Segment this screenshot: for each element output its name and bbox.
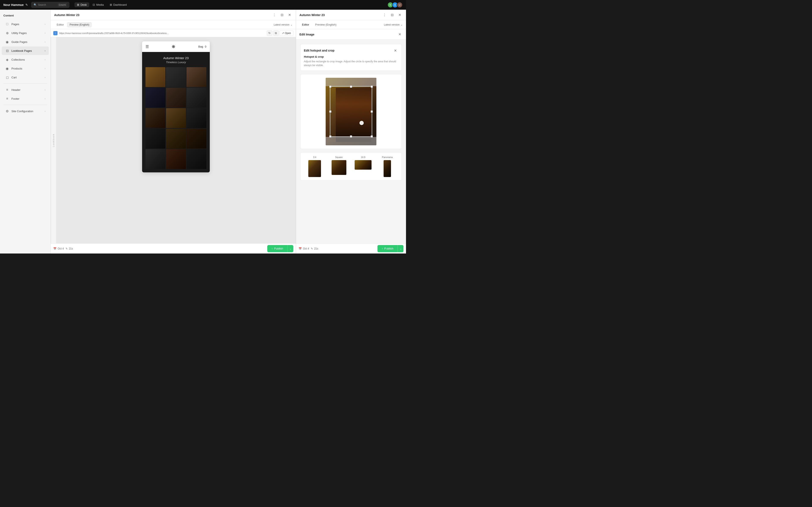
sidebar-item-pages[interactable]: □ Pages › bbox=[2, 20, 49, 28]
hotspot-description: Adjust the rectangle to crop image. Adju… bbox=[304, 60, 398, 67]
photo-cell-10[interactable] bbox=[146, 129, 165, 149]
crop-overlay-bottom bbox=[326, 137, 376, 145]
crop-overlay-top bbox=[326, 78, 376, 86]
close-panel-button[interactable]: ✕ bbox=[287, 12, 293, 18]
nav-media[interactable]: ⊡ Media bbox=[90, 2, 106, 7]
copy-url-button[interactable]: ⧉ bbox=[273, 31, 279, 36]
crop-hotspot-circle[interactable] bbox=[359, 121, 364, 125]
bottom-date-right: 📅 Oct 4 bbox=[299, 247, 309, 250]
publish-group-right: ↑ Publish ⌄ bbox=[377, 245, 403, 252]
sidebar-item-utility-pages[interactable]: ⊕ Utility Pages › bbox=[2, 29, 49, 37]
ar-preview-3-4 bbox=[308, 160, 321, 177]
photo-cell-13[interactable] bbox=[146, 149, 165, 169]
version-chevron-icon: ⌄ bbox=[290, 23, 293, 26]
right-split-view-button[interactable]: ⊟ bbox=[389, 12, 395, 18]
calendar-icon: 📅 bbox=[53, 247, 56, 250]
photo-cell-7[interactable] bbox=[146, 108, 165, 128]
chevron-icon: › bbox=[45, 110, 45, 112]
nav-dashboard[interactable]: ⊞ Dashboard bbox=[107, 2, 130, 7]
photo-cell-14[interactable] bbox=[166, 149, 186, 169]
hotspot-close-button[interactable]: ✕ bbox=[392, 48, 398, 53]
bottom-time-left: ✎ 21s bbox=[65, 247, 73, 250]
crop-handle-tm[interactable] bbox=[350, 86, 352, 88]
publish-button-left[interactable]: ↑ Publish bbox=[267, 245, 287, 252]
publish-dropdown-left[interactable]: ⌄ bbox=[287, 245, 293, 252]
avatar-group: N A U bbox=[388, 2, 403, 8]
publish-group-left: ↑ Publish ⌄ bbox=[267, 245, 293, 252]
tab-editor-left[interactable]: Editor bbox=[54, 22, 66, 27]
right-more-options-button[interactable]: ⋮ bbox=[382, 12, 388, 18]
right-panel-tabs: Editor Preview (English) Latest version … bbox=[296, 20, 406, 29]
sidebar-item-products[interactable]: ◉ Products › bbox=[2, 64, 49, 73]
sidebar-item-guide-pages[interactable]: ◉ Guide Pages › bbox=[2, 38, 49, 46]
photo-cell-5[interactable] bbox=[166, 88, 186, 108]
bag-label[interactable]: Bag bbox=[198, 45, 203, 48]
edit-time-icon: ✎ bbox=[65, 247, 68, 250]
photo-cell-15[interactable] bbox=[187, 149, 206, 169]
crop-handle-br[interactable] bbox=[371, 135, 373, 137]
aspect-ratio-square[interactable]: Square bbox=[328, 156, 350, 177]
crop-rectangle[interactable] bbox=[330, 86, 372, 137]
right-close-button[interactable]: ✕ bbox=[397, 12, 403, 18]
sidebar-item-collections[interactable]: ◈ Collections › bbox=[2, 55, 49, 64]
topbar: Nour Hammue ✎ 🔍 Search Cmd K ⊞ Desk ⊡ Me… bbox=[0, 0, 406, 10]
tab-preview-left[interactable]: Preview (English) bbox=[67, 22, 92, 27]
edit-icon[interactable]: ✎ bbox=[26, 3, 28, 7]
left-panel-title: Autumn Winter 23 bbox=[54, 13, 80, 17]
sidebar-item-lookbook-pages[interactable]: ⊟ Lookbook Pages › bbox=[2, 47, 49, 55]
aspect-ratio-3-4[interactable]: 3:4 bbox=[304, 156, 326, 177]
search-bar[interactable]: 🔍 Search Cmd K bbox=[31, 2, 69, 8]
crop-handle-ml[interactable] bbox=[329, 110, 332, 113]
photo-cell-6[interactable] bbox=[187, 88, 206, 108]
publish-button-right[interactable]: ↑ Publish bbox=[377, 245, 398, 252]
panel-with-label: Lookbook ☰ ❋ Bag 0 bbox=[51, 37, 296, 243]
publish-icon: ↑ bbox=[271, 247, 273, 250]
crop-handle-tl[interactable] bbox=[329, 86, 332, 88]
aspect-ratio-panorama[interactable]: Panorama bbox=[376, 156, 398, 177]
edit-image-close-button[interactable]: ✕ bbox=[397, 32, 403, 38]
photo-cell-11[interactable] bbox=[166, 129, 186, 149]
crop-handle-bm[interactable] bbox=[350, 135, 352, 137]
ar-preview-square bbox=[332, 160, 346, 175]
left-editor-panel: Autumn Winter 23 ⋮ ⊟ ✕ Editor Preview (E… bbox=[51, 10, 296, 253]
tab-preview-right[interactable]: Preview (English) bbox=[312, 22, 339, 27]
refresh-button[interactable]: ↻ bbox=[267, 31, 272, 36]
photo-cell-1[interactable] bbox=[146, 67, 165, 87]
preview-canvas: ☰ ❋ Bag 0 Autumn Winter 23 Timeless L bbox=[56, 37, 296, 243]
hamburger-icon[interactable]: ☰ bbox=[146, 44, 149, 49]
url-actions: ↻ ⧉ ↗ Open bbox=[267, 31, 293, 36]
crop-handle-bl[interactable] bbox=[329, 135, 332, 137]
split-view-button[interactable]: ⊟ bbox=[279, 12, 285, 18]
photo-cell-2[interactable] bbox=[166, 67, 186, 87]
aspect-ratios-grid: 3:4 Square bbox=[304, 156, 398, 177]
photo-cell-8[interactable] bbox=[166, 108, 186, 128]
aspect-ratio-16-9[interactable]: 16:9 bbox=[352, 156, 374, 177]
crop-handle-tr[interactable] bbox=[371, 86, 373, 88]
lookbook-label: Lookbook bbox=[51, 37, 56, 243]
publish-right-icon: ↑ bbox=[382, 247, 383, 250]
lookbook-title: Autumn Winter 23 Timeless Luxury bbox=[146, 56, 206, 64]
photo-cell-12[interactable] bbox=[187, 129, 206, 149]
right-bottom-bar: 📅 Oct 4 ✎ 21s ↑ Publish ⌄ bbox=[296, 243, 406, 253]
tab-editor-right[interactable]: Editor bbox=[299, 22, 312, 27]
more-options-button[interactable]: ⋮ bbox=[271, 12, 277, 18]
sidebar-item-footer[interactable]: ≡ Footer › bbox=[2, 95, 49, 103]
sidebar-item-site-configuration[interactable]: ⚙ Site Configuration › bbox=[2, 107, 49, 115]
version-selector-right[interactable]: Latest version ⌄ bbox=[384, 23, 403, 26]
photo-cell-9[interactable] bbox=[187, 108, 206, 128]
url-bar: i https://nour-hammour.com/fr/preview/dr… bbox=[51, 29, 296, 37]
open-button[interactable]: ↗ Open bbox=[280, 31, 293, 36]
right-panel-header: Autumn Winter 23 ⋮ ⊟ ✕ bbox=[296, 10, 406, 20]
nav-desk[interactable]: ⊞ Desk bbox=[74, 2, 90, 7]
version-selector-left[interactable]: Latest version ⌄ bbox=[273, 23, 293, 26]
photo-cell-3[interactable] bbox=[187, 67, 206, 87]
crop-handle-mr[interactable] bbox=[371, 110, 373, 113]
publish-dropdown-right[interactable]: ⌄ bbox=[398, 245, 403, 252]
sidebar-item-header[interactable]: ≡ Header › bbox=[2, 86, 49, 94]
site-config-icon: ⚙ bbox=[5, 109, 9, 113]
sidebar-item-cart[interactable]: ◻ Cart › bbox=[2, 73, 49, 81]
photo-cell-4[interactable] bbox=[146, 88, 165, 108]
crop-image-area[interactable] bbox=[326, 78, 376, 145]
header-icon: ≡ bbox=[5, 88, 9, 92]
right-panel-title: Autumn Winter 23 bbox=[299, 13, 325, 17]
